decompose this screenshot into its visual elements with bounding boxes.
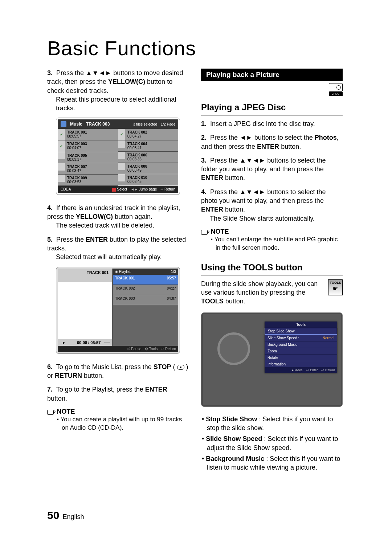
text: YELLOW(C)	[108, 78, 145, 85]
label: Zoom	[268, 349, 277, 353]
text: button.	[224, 298, 245, 305]
note-text: ▪ You can't enlarge the subtitle and PG …	[216, 236, 343, 252]
bullet-bgmusic: • Background Music : Select this if you …	[207, 454, 343, 472]
step-5: 5. Press the ENTER button to play the se…	[47, 235, 189, 262]
divider	[201, 275, 343, 276]
no-check	[118, 174, 125, 181]
flower-photo	[217, 332, 250, 365]
tools-panel-header: Tools	[265, 322, 337, 328]
track-name: TRACK 010	[127, 176, 147, 180]
step-3: 3. Press the ▲▼◄► buttons to move desire…	[47, 69, 189, 112]
track-time: 00:05:57	[67, 134, 81, 138]
step-6: 6. To go to the Music List, press the ST…	[47, 363, 189, 380]
current-track: TRACK 003	[86, 122, 110, 127]
text: Selected tract will automatically play.	[56, 253, 189, 261]
text: or	[47, 372, 55, 379]
track-name: TRACK 001	[67, 130, 87, 134]
step-num: 3.	[47, 69, 54, 77]
return-label: Return	[165, 347, 176, 351]
divider	[201, 115, 343, 116]
text: RETURN	[55, 372, 82, 379]
playlist-label: Playlist	[119, 270, 131, 274]
text: button.	[82, 372, 104, 379]
text: button.	[279, 143, 301, 150]
track-row: TRACK 00500:03:17	[58, 152, 118, 163]
music-header: Music TRACK 003 3 files selected 1/2 Pag…	[58, 119, 178, 129]
right-column: Playing back a Picture JPEG Playing a JP…	[201, 69, 343, 474]
r-step-1: 1. Insert a JPEG disc into the disc tray…	[201, 119, 343, 128]
text: To go to the Playlist, press the	[56, 386, 145, 393]
jump-label: Jump page	[139, 187, 157, 191]
return-label: Return	[164, 187, 175, 191]
text: button again.	[113, 213, 152, 220]
tools-panel-footer: ♦ Move ⏎ Enter ↩ Return	[265, 367, 337, 373]
no-check	[118, 140, 125, 148]
track-time: 00:03:35	[127, 157, 142, 161]
text: ENTER	[257, 143, 279, 150]
c-button-icon	[112, 188, 116, 192]
no-check	[58, 152, 65, 159]
music-label: Music	[70, 122, 82, 127]
track-time: 00:04:07	[67, 146, 81, 150]
track-time: 00:03:53	[67, 180, 81, 184]
tools-row: Information	[265, 361, 337, 367]
track-time: 05:57	[167, 276, 176, 280]
no-check	[118, 163, 125, 170]
text: Press the ◄► buttons to select the	[210, 134, 315, 141]
jpeg-badge: JPEG	[329, 83, 343, 96]
tools-panel: Tools Stop Slide Show Slide Show Speed :…	[265, 322, 337, 373]
badge-label: JPEG	[329, 92, 343, 96]
label: Background Music	[268, 343, 297, 347]
subheading-jpeg: Playing a JPEG Disc	[201, 102, 343, 114]
track-name: TRACK 006	[127, 153, 147, 157]
text: During the slide show playback, you can …	[201, 280, 318, 296]
enter-label: Enter	[310, 368, 318, 372]
track-name: TRACK 003	[115, 296, 135, 300]
note-icon	[47, 410, 54, 415]
label: Rotate	[268, 356, 278, 360]
track-name: TRACK 007	[67, 165, 87, 169]
track-row: TRACK 00900:03:53	[58, 175, 118, 186]
text: You can create a playlist with up to 99 …	[60, 416, 182, 431]
label: Information	[268, 362, 286, 366]
track-time: 04:07	[167, 296, 176, 300]
track-time: 00:03:41	[127, 146, 142, 150]
check-icon: ✓	[58, 140, 65, 152]
text: ENTER	[201, 174, 223, 181]
left-column: 3. Press the ▲▼◄► buttons to move desire…	[47, 69, 189, 474]
tools-btn-label: TOOLS	[330, 281, 341, 285]
tools-button-icon: TOOLS☛	[328, 279, 343, 295]
track-grid: ✓TRACK 00100:05:57 ✓TRACK 00300:04:07 TR…	[58, 129, 178, 186]
step-num: 2.	[201, 133, 208, 142]
text: ENTER	[145, 386, 167, 393]
text: Repeat this procedure to select addition…	[56, 95, 189, 113]
text: STOP	[154, 363, 171, 371]
track-time: 00:03:49	[127, 168, 142, 172]
text: To go to the Music List, press the	[56, 363, 154, 371]
track-name: TRACK 005	[67, 154, 87, 157]
tools-label: Tools	[149, 347, 158, 351]
tools-row: Background Music	[265, 341, 337, 348]
files-selected: 3 files selected	[133, 122, 157, 126]
text: button.	[223, 206, 245, 213]
step-num: 4.	[47, 204, 54, 212]
track-time: 00:03:45	[127, 180, 142, 184]
track-name: TRACK 001	[115, 276, 135, 280]
value: Normal	[323, 336, 334, 340]
step-num: 1.	[201, 119, 208, 128]
text: YELLOW(C)	[76, 213, 113, 220]
text: Press the ▲▼◄► buttons to select the pho…	[201, 188, 326, 204]
track-row: TRACK 00800:03:49	[118, 163, 178, 174]
pause-label: Pause	[131, 347, 141, 351]
no-check	[118, 152, 125, 159]
page-footer: 50 English	[47, 509, 84, 521]
bullet-stop: • Stop Slide Show : Select this if you w…	[207, 415, 343, 433]
no-check	[58, 163, 65, 171]
playlist-row: TRACK 00204:27	[113, 285, 178, 295]
track-row: TRACK 00400:03:41	[118, 140, 178, 152]
playlist-row: TRACK 00304:07	[113, 295, 178, 305]
slideshow-screenshot: Tools Stop Slide Show Slide Show Speed :…	[201, 312, 343, 407]
progress-bar: ► 00:08 / 05:57	[58, 339, 112, 346]
track-row: ✓TRACK 00100:05:57	[58, 129, 118, 140]
track-name: TRACK 008	[127, 164, 147, 168]
